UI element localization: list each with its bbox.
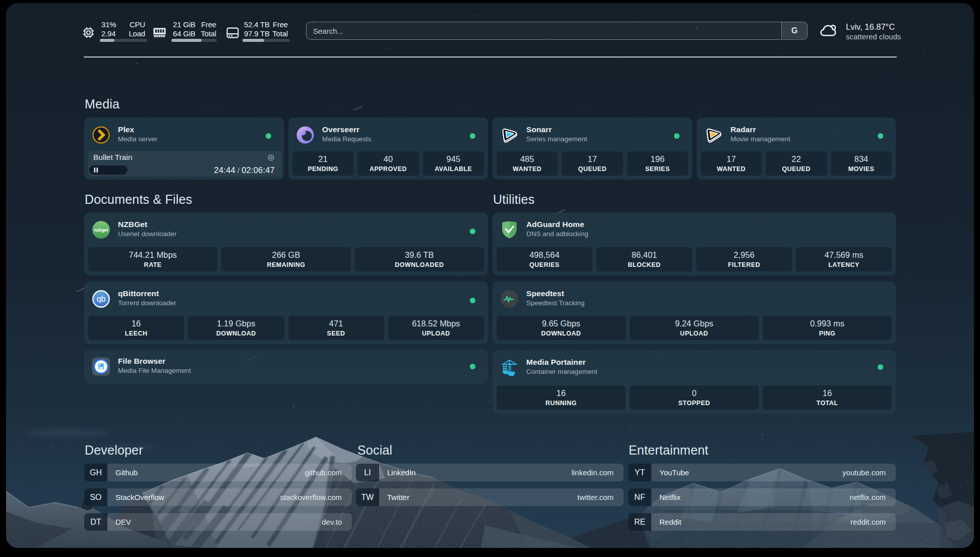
svg-text:qb: qb [97, 295, 106, 303]
svg-text:nzbget: nzbget [94, 228, 108, 233]
